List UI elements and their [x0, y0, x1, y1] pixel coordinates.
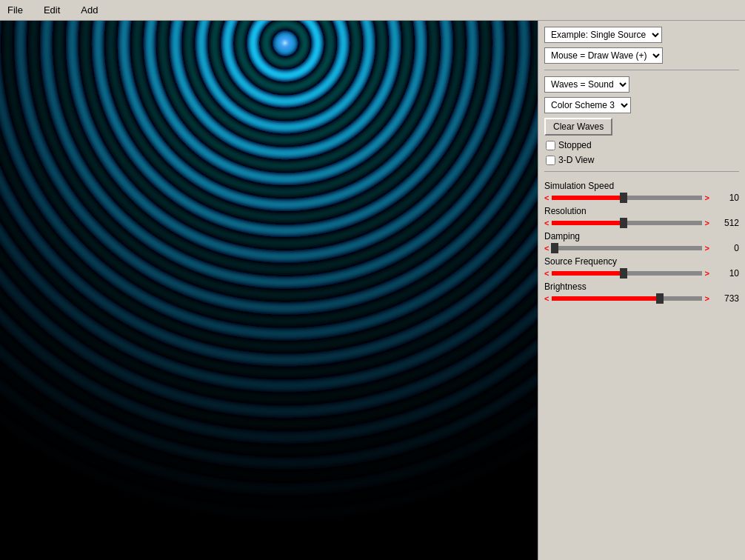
source-frequency-slider-fill [552, 271, 624, 276]
resolution-slider-group: Resolution<>512 [544, 206, 739, 228]
wave-canvas-area[interactable] [0, 21, 538, 560]
source-frequency-slider-group: Source Frequency<>10 [544, 256, 739, 279]
simulation-speed-slider-fill [552, 196, 624, 200]
separator-2 [544, 171, 739, 172]
simulation-speed-slider-group: Simulation Speed<>10 [544, 181, 739, 203]
source-frequency-slider-value: 10 [712, 268, 739, 279]
color-dropdown[interactable]: Color Scheme 1 Color Scheme 2 Color Sche… [544, 97, 631, 113]
stopped-label: Stopped [558, 140, 592, 150]
simulation-speed-slider-track[interactable] [552, 196, 701, 200]
sliders-container: Simulation Speed<>10Resolution<>512Dampi… [544, 178, 739, 304]
brightness-slider-row: <>733 [544, 293, 739, 304]
resolution-slider-right-btn[interactable]: > [705, 219, 709, 227]
stopped-checkbox[interactable] [546, 141, 555, 150]
brightness-slider-right-btn[interactable]: > [705, 294, 709, 303]
mouse-dropdown-row: Mouse = Draw Wave (+) Mouse = Draw Wave … [544, 47, 739, 64]
simulation-speed-slider-container [552, 193, 701, 203]
damping-slider-value: 0 [712, 243, 739, 253]
resolution-slider-fill [552, 221, 624, 225]
waves-dropdown-row: Waves = Sound Waves = Light Waves = Wate… [544, 76, 739, 93]
resolution-slider-value: 512 [712, 218, 739, 228]
simulation-speed-slider-value: 10 [712, 193, 739, 203]
brightness-slider-group: Brightness<>733 [544, 281, 739, 304]
right-panel: Example: Single Source Example: Two Sour… [538, 21, 745, 560]
waves-dropdown[interactable]: Waves = Sound Waves = Light Waves = Wate… [544, 76, 629, 93]
menubar: File Edit Add [0, 0, 745, 21]
stopped-row: Stopped [546, 140, 739, 150]
main-layout: Example: Single Source Example: Two Sour… [0, 21, 745, 560]
damping-slider-thumb[interactable] [551, 243, 558, 253]
brightness-slider-value: 733 [712, 293, 739, 304]
clear-button-row: Clear Waves [544, 118, 739, 136]
add-menu[interactable]: Add [76, 3, 102, 17]
source-frequency-slider-container [552, 268, 701, 279]
color-dropdown-row: Color Scheme 1 Color Scheme 2 Color Sche… [544, 97, 739, 113]
brightness-slider-fill [552, 296, 660, 301]
three-d-row: 3-D View [546, 155, 739, 165]
simulation-speed-slider-thumb[interactable] [620, 193, 627, 203]
three-d-label: 3-D View [558, 155, 594, 165]
simulation-speed-slider-right-btn[interactable]: > [705, 193, 709, 202]
wave-canvas[interactable] [0, 21, 538, 560]
damping-slider-label: Damping [544, 231, 739, 241]
clear-waves-button[interactable]: Clear Waves [544, 118, 612, 136]
separator-1 [544, 70, 739, 70]
brightness-slider-left-btn[interactable]: < [544, 294, 549, 303]
source-frequency-slider-label: Source Frequency [544, 256, 739, 267]
simulation-speed-slider-label: Simulation Speed [544, 181, 739, 191]
simulation-speed-slider-left-btn[interactable]: < [544, 193, 549, 202]
source-frequency-slider-left-btn[interactable]: < [544, 269, 549, 278]
example-dropdown-row: Example: Single Source Example: Two Sour… [544, 27, 739, 43]
resolution-slider-track[interactable] [552, 221, 701, 225]
brightness-slider-track[interactable] [552, 296, 701, 301]
damping-slider-right-btn[interactable]: > [705, 244, 709, 253]
damping-slider-container [552, 243, 701, 253]
resolution-slider-container [552, 218, 701, 228]
example-dropdown[interactable]: Example: Single Source Example: Two Sour… [544, 27, 662, 43]
resolution-slider-label: Resolution [544, 206, 739, 216]
source-frequency-slider-right-btn[interactable]: > [705, 269, 709, 278]
source-frequency-slider-track[interactable] [552, 271, 701, 276]
file-menu[interactable]: File [3, 3, 27, 17]
simulation-speed-slider-row: <>10 [544, 193, 739, 203]
damping-slider-row: <>0 [544, 243, 739, 253]
three-d-checkbox[interactable] [546, 156, 555, 165]
damping-slider-left-btn[interactable]: < [544, 244, 549, 253]
damping-slider-track[interactable] [552, 246, 701, 250]
resolution-slider-thumb[interactable] [620, 218, 627, 228]
mouse-dropdown[interactable]: Mouse = Draw Wave (+) Mouse = Draw Wave … [544, 47, 663, 64]
brightness-slider-thumb[interactable] [656, 293, 664, 304]
damping-slider-group: Damping<>0 [544, 231, 739, 253]
resolution-slider-left-btn[interactable]: < [544, 219, 549, 227]
source-frequency-slider-thumb[interactable] [620, 268, 627, 279]
brightness-slider-label: Brightness [544, 281, 739, 292]
source-frequency-slider-row: <>10 [544, 268, 739, 279]
edit-menu[interactable]: Edit [39, 3, 64, 17]
brightness-slider-container [552, 293, 701, 304]
resolution-slider-row: <>512 [544, 218, 739, 228]
